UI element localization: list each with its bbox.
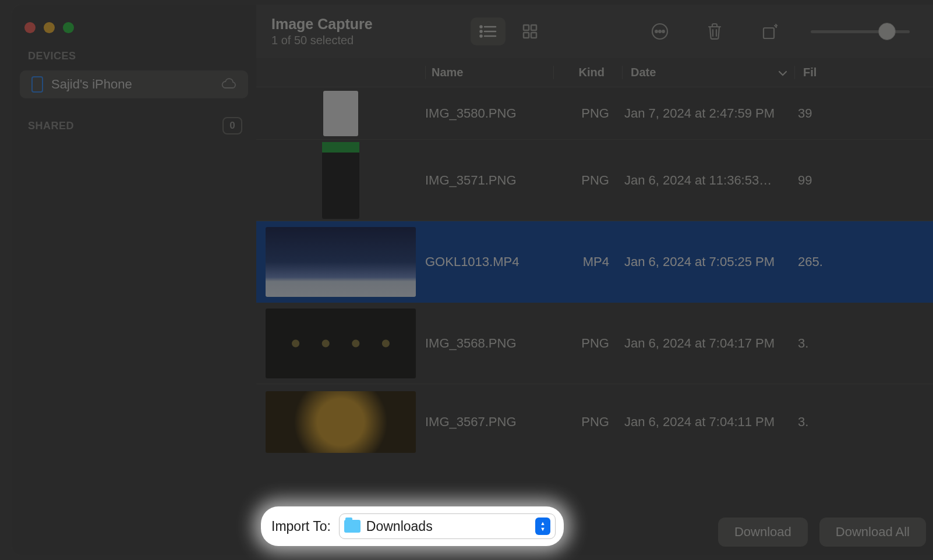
destination-label: Downloads <box>366 519 433 534</box>
file-list: IMG_3580.PNG PNG Jan 7, 2024 at 2:47:59 … <box>256 87 933 510</box>
shared-count-badge: 0 <box>222 117 242 134</box>
file-size: 3. <box>794 336 933 351</box>
toolbar: Image Capture 1 of 50 selected <box>256 5 933 58</box>
maximize-button[interactable] <box>63 22 74 33</box>
svg-point-12 <box>659 30 661 33</box>
file-size: 39 <box>794 106 933 121</box>
grid-view-button[interactable] <box>513 17 547 45</box>
column-name[interactable]: Name <box>425 66 553 79</box>
file-kind: PNG <box>553 414 622 430</box>
svg-point-2 <box>480 31 482 33</box>
table-row[interactable]: IMG_3568.PNG PNG Jan 6, 2024 at 7:04:17 … <box>256 303 933 384</box>
column-file[interactable]: Fil <box>794 66 933 79</box>
devices-section-label: DEVICES <box>12 50 256 68</box>
file-kind: PNG <box>553 336 622 351</box>
thumbnail <box>323 91 358 136</box>
import-to-control: Import To: Downloads ▲▼ <box>261 506 564 546</box>
dropdown-stepper-icon: ▲▼ <box>535 518 550 535</box>
file-name: IMG_3571.PNG <box>425 173 553 188</box>
window-controls <box>24 22 74 33</box>
file-name: IMG_3567.PNG <box>425 414 553 430</box>
download-button[interactable]: Download <box>718 518 808 547</box>
column-kind[interactable]: Kind <box>553 66 622 79</box>
file-kind: MP4 <box>553 254 622 270</box>
column-date[interactable]: Date <box>622 66 794 79</box>
table-row[interactable]: IMG_3580.PNG PNG Jan 7, 2024 at 2:47:59 … <box>256 87 933 140</box>
file-name: IMG_3580.PNG <box>425 106 553 121</box>
table-row[interactable]: GOKL1013.MP4 MP4 Jan 6, 2024 at 7:05:25 … <box>256 221 933 303</box>
file-date: Jan 6, 2024 at 11:36:53… <box>622 173 794 188</box>
file-name: IMG_3568.PNG <box>425 336 553 351</box>
thumbnail <box>266 391 416 453</box>
cloud-icon <box>221 77 236 92</box>
file-name: GOKL1013.MP4 <box>425 254 553 270</box>
svg-rect-14 <box>764 28 774 38</box>
thumbnail-size-slider[interactable] <box>811 30 910 33</box>
thumbnail <box>266 309 416 378</box>
file-size: 265. <box>794 254 933 270</box>
svg-rect-6 <box>524 25 529 30</box>
minimize-button[interactable] <box>44 22 55 33</box>
thumbnail <box>266 227 416 297</box>
import-destination-select[interactable]: Downloads ▲▼ <box>339 513 556 539</box>
shared-section-label: SHARED <box>28 120 74 132</box>
svg-point-0 <box>480 26 482 28</box>
selection-status: 1 of 50 selected <box>271 34 373 47</box>
svg-point-13 <box>662 30 665 33</box>
list-view-button[interactable] <box>471 17 506 45</box>
svg-rect-9 <box>531 33 536 38</box>
svg-point-4 <box>480 36 482 37</box>
phone-icon <box>31 76 43 93</box>
file-date: Jan 7, 2024 at 2:47:59 PM <box>622 106 794 121</box>
table-row[interactable]: IMG_3571.PNG PNG Jan 6, 2024 at 11:36:53… <box>256 140 933 221</box>
column-headers: Name Kind Date Fil <box>256 58 933 87</box>
import-to-label: Import To: <box>271 519 331 534</box>
table-row[interactable]: IMG_3567.PNG PNG Jan 6, 2024 at 7:04:11 … <box>256 384 933 460</box>
sidebar: DEVICES Sajid's iPhone SHARED 0 <box>12 5 256 555</box>
file-size: 3. <box>794 414 933 430</box>
app-title: Image Capture <box>271 16 373 33</box>
slider-knob[interactable] <box>878 23 896 40</box>
chevron-down-icon <box>778 66 787 79</box>
svg-rect-8 <box>524 33 529 38</box>
file-size: 99 <box>794 173 933 188</box>
delete-button[interactable] <box>700 17 729 46</box>
svg-rect-7 <box>531 25 536 30</box>
thumbnail <box>322 142 359 219</box>
file-date: Jan 6, 2024 at 7:05:25 PM <box>622 254 794 270</box>
file-date: Jan 6, 2024 at 7:04:17 PM <box>622 336 794 351</box>
more-options-button[interactable] <box>645 17 674 46</box>
close-button[interactable] <box>24 22 36 33</box>
file-date: Jan 6, 2024 at 7:04:11 PM <box>622 414 794 430</box>
device-label: Sajid's iPhone <box>51 77 132 92</box>
folder-icon <box>344 520 361 533</box>
file-kind: PNG <box>553 173 622 188</box>
file-kind: PNG <box>553 106 622 121</box>
download-all-button[interactable]: Download All <box>819 518 926 547</box>
svg-point-11 <box>655 30 658 33</box>
sidebar-item-device[interactable]: Sajid's iPhone <box>20 70 248 98</box>
rotate-button[interactable] <box>755 17 784 46</box>
